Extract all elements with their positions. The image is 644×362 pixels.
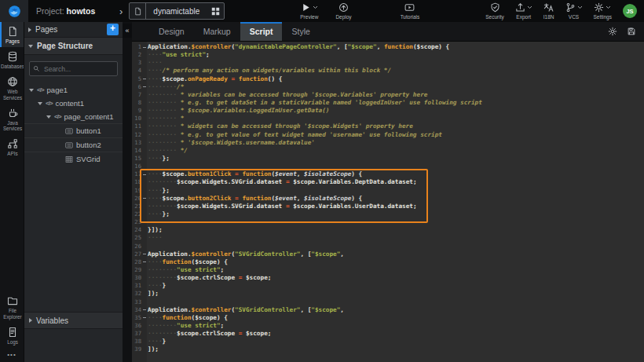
code-line-33: 33 xyxy=(132,298,644,306)
caret-down-icon[interactable] xyxy=(38,102,42,105)
tree-item-svgrid[interactable]: SVGrid xyxy=(24,152,123,166)
tree-item-label: content1 xyxy=(56,99,84,108)
editor-pane: DesignMarkupScriptStyle 1Application.$co… xyxy=(132,22,644,362)
tree-item-button2[interactable]: button2 xyxy=(24,137,123,152)
fold-marker xyxy=(141,99,147,107)
fold-marker xyxy=(141,59,147,67)
collapse-panel-button[interactable]: « xyxy=(123,24,132,38)
tab-design[interactable]: Design xyxy=(149,22,194,41)
line-number: 4 xyxy=(132,67,141,75)
code-line-21: 21········$scope.Widgets.SVGrid.dataset … xyxy=(132,203,644,210)
code-line-15: 15····}; xyxy=(132,155,644,163)
page-structure-header[interactable]: Page Structure xyxy=(24,37,123,55)
search-input[interactable] xyxy=(42,64,115,74)
line-number: 17 xyxy=(132,170,141,178)
code-line-31: 31····} xyxy=(132,282,644,290)
line-number: 36 xyxy=(132,322,141,330)
preview-button[interactable]: Preview xyxy=(297,2,321,20)
app-logo[interactable] xyxy=(0,0,28,22)
tree-item-content1[interactable]: </>content1 xyxy=(24,97,123,110)
fold-marker xyxy=(141,290,147,298)
code-line-11: 11········ * widgets can be accessed thr… xyxy=(132,122,644,130)
rail-more-button[interactable]: ••• xyxy=(0,348,24,362)
coffee-icon xyxy=(7,108,18,119)
tree-item-label: page1 xyxy=(47,86,68,94)
i18n-button[interactable]: I18N xyxy=(540,2,558,20)
panel-bottom-area xyxy=(24,329,123,362)
rail-item-java-services[interactable]: Java Services xyxy=(0,104,24,134)
fold-marker xyxy=(141,139,147,147)
container-widget-icon: </> xyxy=(46,100,53,107)
security-button[interactable]: Security xyxy=(482,2,507,20)
rail-item-file-explorer[interactable]: File Explorer xyxy=(0,291,24,322)
vcs-button[interactable]: VCS xyxy=(562,2,586,20)
code-line-30: 30········$scope.ctrlScope = $scope; xyxy=(132,274,644,282)
fold-marker xyxy=(141,122,147,130)
pages-section-header[interactable]: Pages + xyxy=(24,22,123,37)
settings-button[interactable]: Settings xyxy=(591,2,616,20)
line-number: 11 xyxy=(132,122,141,130)
rail-item-logs[interactable]: Logs xyxy=(0,323,24,348)
search-icon xyxy=(33,65,40,72)
variables-section-header[interactable]: Variables xyxy=(24,312,123,329)
code-editor[interactable]: 1Application.$controller("dynamictablePa… xyxy=(132,42,644,362)
code-line-1: 1Application.$controller("dynamictablePa… xyxy=(132,43,644,51)
fold-marker[interactable] xyxy=(141,250,147,258)
code-line-39: 39]); xyxy=(132,346,644,353)
project-label: Project: xyxy=(36,6,64,16)
tutorials-button[interactable]: Tutorials xyxy=(397,2,423,20)
caret-down-icon[interactable] xyxy=(29,89,34,92)
tree-item-page1[interactable]: </>page1 xyxy=(24,83,123,97)
button-widget-icon xyxy=(65,127,73,135)
editor-tabbar: DesignMarkupScriptStyle xyxy=(132,22,644,42)
button-widget-icon xyxy=(65,141,73,149)
project-breadcrumb[interactable]: Project:howtos xyxy=(36,6,119,16)
line-number: 33 xyxy=(132,298,141,306)
tab-script[interactable]: Script xyxy=(240,22,283,41)
code-line-6: 6········/* xyxy=(132,83,644,91)
user-avatar[interactable]: JS xyxy=(623,4,637,18)
rail-item-pages[interactable]: Pages xyxy=(0,22,24,47)
deploy-button[interactable]: Deploy xyxy=(332,2,354,20)
tree-item-button1[interactable]: button1 xyxy=(24,123,123,137)
rail-item-web-services[interactable]: Web Services xyxy=(0,72,24,103)
chevron-down-icon xyxy=(606,5,611,9)
caret-right-icon xyxy=(29,318,32,323)
line-number: 28 xyxy=(132,258,141,266)
structure-search[interactable] xyxy=(29,61,118,76)
add-page-button[interactable]: + xyxy=(107,24,119,35)
tree-item-page-content1[interactable]: </>page_content1 xyxy=(24,110,123,123)
chevron-down-icon xyxy=(527,5,532,9)
fold-marker[interactable] xyxy=(141,258,147,266)
line-number: 39 xyxy=(132,346,141,353)
fold-marker[interactable] xyxy=(141,43,147,51)
code-line-7: 7········ * variables can be accessed th… xyxy=(132,91,644,99)
code-line-25: 25···· xyxy=(132,234,644,242)
line-number: 10 xyxy=(132,115,141,122)
fold-marker[interactable] xyxy=(141,83,147,91)
editor-settings-gear-icon[interactable] xyxy=(608,27,617,36)
page-selector[interactable]: dynamictable xyxy=(129,2,225,20)
line-number: 35 xyxy=(132,314,141,322)
fold-marker xyxy=(141,274,147,282)
tab-markup[interactable]: Markup xyxy=(194,22,240,41)
caret-down-icon[interactable] xyxy=(46,115,51,119)
fold-marker[interactable] xyxy=(141,195,147,203)
grid-icon[interactable] xyxy=(207,3,224,19)
rail-spacer xyxy=(0,160,24,292)
fold-marker[interactable] xyxy=(141,170,147,178)
fold-marker xyxy=(141,115,147,122)
fold-marker[interactable] xyxy=(141,75,147,83)
fold-marker xyxy=(141,346,147,353)
tab-style[interactable]: Style xyxy=(282,22,319,41)
export-button[interactable]: Export xyxy=(512,2,536,20)
line-number: 19 xyxy=(132,187,141,195)
rail-item-databases[interactable]: Databases xyxy=(0,47,24,72)
grid-widget-icon xyxy=(65,155,73,163)
code-line-17: 17····$scope.button1Click = function($ev… xyxy=(132,170,644,178)
save-icon[interactable] xyxy=(627,27,636,36)
fold-marker[interactable] xyxy=(141,314,147,322)
fold-marker xyxy=(141,226,147,234)
rail-item-apis[interactable]: APIs xyxy=(0,134,24,159)
fold-marker[interactable] xyxy=(141,306,147,314)
